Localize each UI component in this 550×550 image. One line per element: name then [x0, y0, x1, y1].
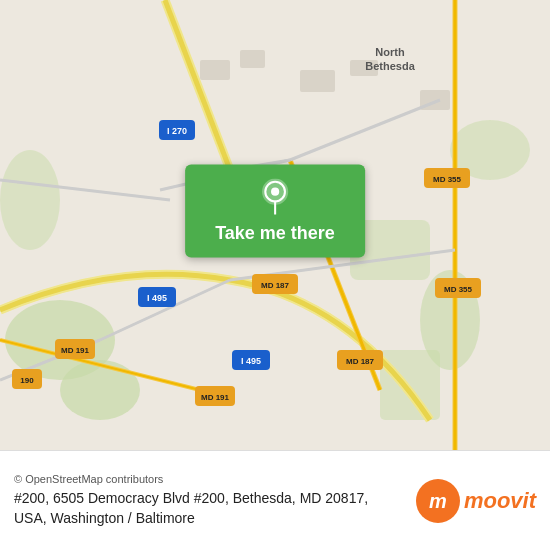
address-text: #200, 6505 Democracy Blvd #200, Bethesda… — [14, 489, 404, 528]
moovit-wordmark: moovit — [464, 488, 536, 514]
map-view: I 270 I 495 I 495 MD 355 MD 355 MD 187 M… — [0, 0, 550, 450]
svg-text:I 495: I 495 — [147, 293, 167, 303]
svg-text:I 270: I 270 — [167, 126, 187, 136]
svg-text:I 495: I 495 — [241, 356, 261, 366]
copyright-text: © OpenStreetMap contributors — [14, 473, 404, 485]
svg-point-6 — [0, 150, 60, 250]
take-me-there-button[interactable]: Take me there — [185, 165, 365, 258]
svg-text:190: 190 — [20, 376, 34, 385]
svg-text:MD 355: MD 355 — [444, 285, 473, 294]
svg-text:MD 191: MD 191 — [201, 393, 230, 402]
svg-text:MD 187: MD 187 — [346, 357, 375, 366]
footer-text-block: © OpenStreetMap contributors #200, 6505 … — [14, 473, 404, 528]
location-pin-icon — [257, 179, 293, 215]
svg-text:MD 355: MD 355 — [433, 175, 462, 184]
svg-point-2 — [60, 360, 140, 420]
svg-rect-7 — [380, 350, 440, 420]
take-me-there-label: Take me there — [215, 223, 335, 244]
svg-rect-10 — [300, 70, 335, 92]
moovit-logo: m moovit — [416, 479, 536, 523]
svg-rect-8 — [200, 60, 230, 80]
svg-text:Bethesda: Bethesda — [365, 60, 415, 72]
svg-point-53 — [271, 188, 279, 196]
svg-text:MD 187: MD 187 — [261, 281, 290, 290]
svg-rect-9 — [240, 50, 265, 68]
moovit-icon: m — [416, 479, 460, 523]
svg-text:North: North — [375, 46, 405, 58]
svg-text:m: m — [429, 490, 447, 512]
footer: © OpenStreetMap contributors #200, 6505 … — [0, 450, 550, 550]
svg-text:MD 191: MD 191 — [61, 346, 90, 355]
